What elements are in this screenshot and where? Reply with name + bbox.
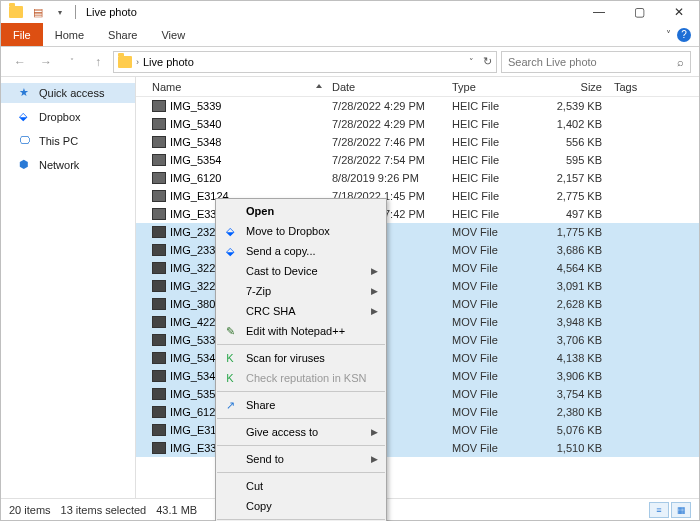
maximize-button[interactable]: ▢ [619, 1, 659, 23]
menu-item-send-a-copy[interactable]: ⬙Send a copy... [216, 241, 386, 261]
address-dropdown-icon[interactable]: ˅ [469, 57, 474, 67]
sidebar-item-star[interactable]: ★Quick access [1, 83, 135, 103]
file-type-icon [152, 100, 166, 112]
window-title: Live photo [80, 6, 143, 18]
file-row[interactable]: IMG_5339 7/28/2022 4:29 PM HEIC File 2,5… [136, 97, 699, 115]
properties-icon[interactable]: ▤ [27, 1, 49, 23]
address-bar[interactable]: › Live photo ˅ ↻ [113, 51, 497, 73]
menu-item-label: Send to [246, 453, 363, 465]
menu-item-give-access-to[interactable]: Give access to▶ [216, 422, 386, 442]
menu-item-scan-for-viruses[interactable]: KScan for viruses [216, 348, 386, 368]
menu-item-check-reputation-in-ksn[interactable]: KCheck reputation in KSN [216, 368, 386, 388]
column-headers: Name Date Type Size Tags [136, 77, 699, 97]
file-type: MOV File [446, 334, 532, 346]
file-size: 1,775 KB [532, 226, 608, 238]
search-icon[interactable]: ⌕ [677, 56, 684, 68]
file-size: 3,948 KB [532, 316, 608, 328]
file-type: MOV File [446, 370, 532, 382]
file-row[interactable]: IMG_5340 7/28/2022 4:29 PM HEIC File 1,4… [136, 115, 699, 133]
file-type: HEIC File [446, 154, 532, 166]
menu-item-copy[interactable]: Copy [216, 496, 386, 516]
share-icon: ↗ [222, 397, 238, 413]
col-date[interactable]: Date [326, 81, 446, 93]
close-button[interactable]: ✕ [659, 1, 699, 23]
file-type: MOV File [446, 424, 532, 436]
nav-up-icon[interactable]: ↑ [87, 51, 109, 73]
file-type: HEIC File [446, 172, 532, 184]
ksn-icon: K [222, 370, 238, 386]
file-name: IMG_6120 [170, 406, 221, 418]
menu-separator [217, 472, 385, 473]
sidebar-item-label: Network [39, 159, 79, 171]
file-type-icon [152, 316, 166, 328]
tab-view[interactable]: View [149, 23, 197, 46]
dropbox-icon: ⬙ [222, 223, 238, 239]
sidebar-item-dropbox[interactable]: ⬙Dropbox [1, 107, 135, 127]
menu-item-send-to[interactable]: Send to▶ [216, 449, 386, 469]
nav-back-icon[interactable]: ← [9, 51, 31, 73]
status-selected-count: 13 items selected [61, 504, 147, 516]
file-type-icon [152, 262, 166, 274]
minimize-button[interactable]: — [579, 1, 619, 23]
nav-bar: ← → ˅ ↑ › Live photo ˅ ↻ Search Live pho… [1, 47, 699, 77]
file-name: IMG_3800 [170, 298, 221, 310]
col-size[interactable]: Size [532, 81, 608, 93]
breadcrumb-item[interactable]: Live photo [143, 56, 194, 68]
menu-item-move-to-dropbox[interactable]: ⬙Move to Dropbox [216, 221, 386, 241]
col-tags[interactable]: Tags [608, 81, 658, 93]
nav-forward-icon[interactable]: → [35, 51, 57, 73]
file-type: MOV File [446, 298, 532, 310]
sidebar-item-pc[interactable]: 🖵This PC [1, 131, 135, 151]
tab-home[interactable]: Home [43, 23, 96, 46]
col-type[interactable]: Type [446, 81, 532, 93]
search-placeholder: Search Live photo [508, 56, 597, 68]
file-row[interactable]: IMG_5354 7/28/2022 7:54 PM HEIC File 595… [136, 151, 699, 169]
file-size: 3,754 KB [532, 388, 608, 400]
file-date: 7/28/2022 7:46 PM [326, 136, 446, 148]
refresh-icon[interactable]: ↻ [483, 55, 492, 68]
menu-separator [217, 344, 385, 345]
file-size: 1,510 KB [532, 442, 608, 454]
chevron-right-icon[interactable]: › [136, 57, 139, 67]
help-icon[interactable]: ? [677, 28, 691, 42]
menu-item-cut[interactable]: Cut [216, 476, 386, 496]
search-input[interactable]: Search Live photo ⌕ [501, 51, 691, 73]
menu-item-edit-with-notepad[interactable]: ✎Edit with Notepad++ [216, 321, 386, 341]
menu-item-cast-to-device[interactable]: Cast to Device▶ [216, 261, 386, 281]
nav-recent-icon[interactable]: ˅ [61, 51, 83, 73]
file-type-icon [152, 226, 166, 238]
file-tab[interactable]: File [1, 23, 43, 46]
file-name: IMG_5340 [170, 118, 221, 130]
menu-item-label: 7-Zip [246, 285, 363, 297]
blank-icon [222, 478, 238, 494]
menu-separator [217, 418, 385, 419]
view-details-icon[interactable]: ≡ [649, 502, 669, 518]
file-type-icon [152, 208, 166, 220]
qat-dropdown-icon[interactable]: ▾ [49, 1, 71, 23]
menu-separator [217, 391, 385, 392]
file-size: 497 KB [532, 208, 608, 220]
quick-access-toolbar: ▤ ▾ [1, 1, 71, 23]
menu-item-7-zip[interactable]: 7-Zip▶ [216, 281, 386, 301]
file-type: MOV File [446, 406, 532, 418]
file-name: IMG_6120 [170, 172, 221, 184]
title-separator [75, 5, 76, 19]
file-name: IMG_3226 [170, 280, 221, 292]
ribbon-expand-icon[interactable]: ˅ [666, 29, 671, 40]
sidebar-item-label: This PC [39, 135, 78, 147]
menu-item-open[interactable]: Open [216, 201, 386, 221]
file-row[interactable]: IMG_5348 7/28/2022 7:46 PM HEIC File 556… [136, 133, 699, 151]
col-name[interactable]: Name [136, 81, 326, 93]
menu-item-share[interactable]: ↗Share [216, 395, 386, 415]
submenu-arrow-icon: ▶ [371, 266, 378, 276]
sidebar-item-label: Quick access [39, 87, 104, 99]
file-row[interactable]: IMG_6120 8/8/2019 9:26 PM HEIC File 2,15… [136, 169, 699, 187]
view-thumbnails-icon[interactable]: ▦ [671, 502, 691, 518]
sidebar-item-network[interactable]: ⬢Network [1, 155, 135, 175]
blank-icon [222, 283, 238, 299]
tab-share[interactable]: Share [96, 23, 149, 46]
file-name: IMG_2325 [170, 226, 221, 238]
menu-item-label: Give access to [246, 426, 363, 438]
menu-item-crc-sha[interactable]: CRC SHA▶ [216, 301, 386, 321]
file-date: 7/28/2022 4:29 PM [326, 118, 446, 130]
